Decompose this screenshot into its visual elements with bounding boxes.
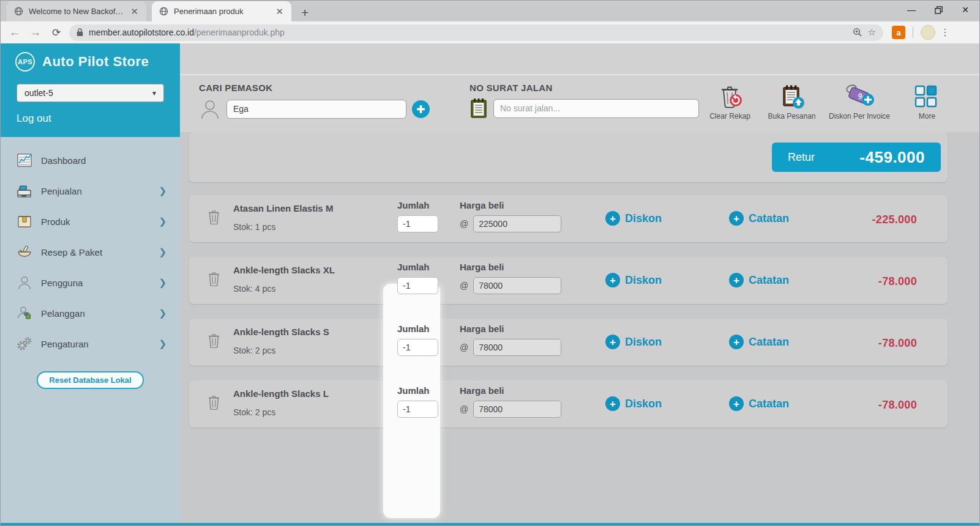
add-supplier-icon[interactable] (412, 100, 430, 118)
globe-icon (14, 7, 23, 16)
chevron-right-icon: ❯ (159, 216, 166, 227)
mortar-pestle-icon (17, 244, 32, 260)
at-sign: @ (460, 404, 468, 414)
at-sign: @ (460, 219, 468, 229)
jumlah-label: Jumlah (397, 200, 430, 210)
extension-bag-icon[interactable]: a (892, 26, 905, 39)
user-icon (17, 275, 32, 291)
new-tab-button[interactable]: + (301, 6, 309, 19)
harga-beli-input[interactable] (473, 401, 561, 418)
product-row: Atasan Linen Elastis M Stok: 1 pcs Jumla… (189, 195, 948, 242)
product-row: Ankle-length Slacks L Stok: 2 pcs Jumlah… (189, 380, 948, 428)
jumlah-input[interactable] (397, 401, 438, 418)
profile-avatar[interactable] (921, 25, 935, 40)
reset-database-button[interactable]: Reset Database Lokal (37, 371, 143, 389)
bookmark-star-icon[interactable]: ☆ (868, 27, 876, 38)
product-stock: Stok: 2 pcs (233, 346, 275, 355)
row-subtotal: -78.000 (878, 337, 917, 350)
outlet-select[interactable]: outlet-5 ▼ (17, 84, 164, 102)
aps-logo: APS (15, 52, 35, 72)
jumlah-label: Jumlah (397, 385, 430, 396)
harga-beli-input[interactable] (473, 215, 561, 232)
plus-icon: + (729, 335, 744, 349)
browser-tab-active[interactable]: Penerimaan produk ✕ (152, 1, 291, 21)
reload-icon[interactable]: ⟳ (48, 26, 64, 39)
sidebar-item-label: Pelanggan (41, 308, 150, 319)
back-icon[interactable]: ← (7, 26, 23, 39)
at-sign: @ (460, 343, 468, 352)
product-stock: Stok: 4 pcs (233, 284, 275, 294)
customer-bag-icon (17, 305, 32, 321)
add-diskon-button[interactable]: + Diskon (605, 273, 662, 287)
header-actions: Clear Rekap Buka Pesanan % Diskon Per In… (699, 83, 980, 131)
forward-icon[interactable]: → (28, 26, 43, 39)
retur-label: Retur (788, 151, 815, 164)
chevron-right-icon: ❯ (159, 185, 166, 196)
retur-total-button[interactable]: Retur -459.000 (772, 143, 941, 172)
chevron-right-icon: ❯ (159, 277, 166, 288)
retur-summary-card: Retur -459.000 (189, 132, 948, 182)
sidebar-item-pelanggan[interactable]: Pelanggan ❯ (1, 298, 180, 328)
add-catatan-button[interactable]: + Catatan (729, 335, 789, 349)
sidebar-item-label: Pengguna (41, 278, 150, 288)
chevron-right-icon: ❯ (159, 338, 166, 349)
harga-beli-label: Harga beli (460, 385, 504, 396)
receipt-list: Retur -459.000 Atasan Linen Elastis M St… (180, 132, 980, 428)
more-button[interactable]: More (896, 83, 958, 131)
zoom-page-icon[interactable] (853, 28, 862, 37)
chevron-right-icon: ❯ (159, 308, 166, 319)
sidebar-item-pengguna[interactable]: Pengguna ❯ (1, 267, 180, 298)
diskon-per-invoice-button[interactable]: % Diskon Per Invoice (823, 83, 896, 131)
browser-tab-inactive[interactable]: Welcome to New Backoffice ✕ (7, 1, 146, 21)
harga-beli-input[interactable] (473, 339, 561, 356)
harga-beli-label: Harga beli (460, 324, 504, 334)
add-diskon-button[interactable]: + Diskon (605, 211, 662, 226)
jumlah-input[interactable] (397, 339, 438, 356)
sidebar-item-pengaturan[interactable]: Pengaturan ❯ (1, 328, 180, 359)
address-bar[interactable]: member.autopilotstore.co.id/penerimaanpr… (69, 24, 883, 41)
surat-jalan-input[interactable] (493, 99, 699, 118)
chevron-right-icon: ❯ (159, 246, 166, 257)
chrome-menu-icon[interactable]: ⋮ (940, 27, 950, 38)
sidebar-item-resep-paket[interactable]: Resep & Paket ❯ (1, 237, 180, 267)
sidebar-item-label: Dashboard (41, 155, 166, 166)
page-header: CARI PEMASOK NO SURAT JALAN (180, 43, 980, 132)
plus-icon: + (729, 396, 744, 411)
tab-close-icon[interactable]: ✕ (274, 6, 285, 17)
harga-beli-input[interactable] (473, 277, 561, 294)
tab-close-icon[interactable]: ✕ (129, 6, 140, 17)
sidebar-item-label: Pengaturan (41, 339, 150, 349)
delete-row-icon[interactable] (208, 333, 220, 348)
supplier-label: CARI PEMASOK (199, 83, 430, 93)
surat-jalan-label: NO SURAT JALAN (469, 83, 699, 93)
clear-rekap-button[interactable]: Clear Rekap (699, 83, 761, 131)
add-catatan-button[interactable]: + Catatan (729, 396, 789, 411)
product-stock: Stok: 2 pcs (233, 407, 275, 417)
close-window-icon[interactable]: ✕ (961, 6, 970, 14)
restore-icon[interactable] (934, 6, 943, 14)
minimize-icon[interactable]: — (907, 6, 916, 14)
sidebar: APS Auto Pilot Store outlet-5 ▼ Log out … (1, 43, 180, 524)
product-stock: Stok: 1 pcs (233, 222, 275, 232)
supplier-input[interactable] (226, 100, 406, 119)
add-diskon-button[interactable]: + Diskon (605, 335, 662, 349)
gears-icon (17, 336, 32, 352)
row-subtotal: -78.000 (878, 399, 917, 412)
plus-icon: + (729, 273, 744, 287)
product-row: Ankle-length Slacks XL Stok: 4 pcs Jumla… (189, 257, 948, 304)
delete-row-icon[interactable] (208, 272, 220, 286)
delete-row-icon[interactable] (208, 395, 220, 410)
add-catatan-button[interactable]: + Catatan (729, 211, 789, 226)
add-diskon-button[interactable]: + Diskon (605, 396, 662, 411)
logout-link[interactable]: Log out (17, 113, 180, 125)
sidebar-item-penjualan[interactable]: Penjualan ❯ (1, 176, 180, 206)
add-catatan-button[interactable]: + Catatan (729, 273, 789, 287)
jumlah-input[interactable] (397, 215, 438, 232)
at-sign: @ (460, 281, 468, 291)
jumlah-input[interactable] (397, 277, 438, 294)
delete-row-icon[interactable] (208, 210, 220, 224)
sidebar-item-dashboard[interactable]: Dashboard (1, 145, 180, 176)
tab-title: Penerimaan produk (174, 7, 268, 16)
buka-pesanan-button[interactable]: Buka Pesanan (761, 83, 823, 131)
sidebar-item-produk[interactable]: Produk ❯ (1, 206, 180, 237)
